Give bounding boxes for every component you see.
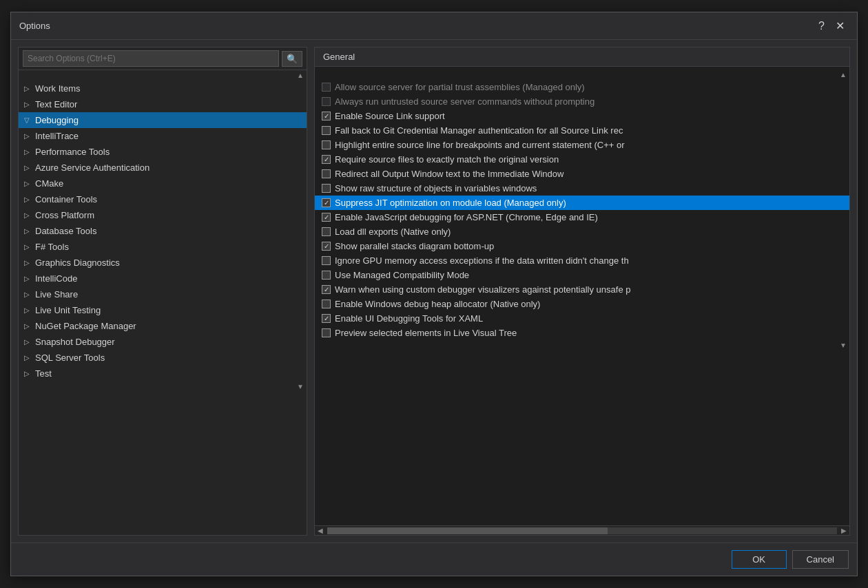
tree-item-performance-tools[interactable]: ▷Performance Tools — [19, 144, 307, 160]
tree-scroll-up-arrow[interactable]: ▲ — [19, 70, 307, 81]
option-row[interactable]: Allow source server for partial trust as… — [315, 80, 849, 94]
tree-item-label: Graphics Diagnostics — [35, 258, 120, 268]
tree-item-work-items[interactable]: ▷Work Items — [19, 81, 307, 96]
tree-item-live-unit-testing[interactable]: ▷Live Unit Testing — [19, 302, 307, 318]
option-row[interactable]: Use Managed Compatibility Mode — [315, 268, 849, 282]
option-label: Enable Source Link support — [335, 111, 445, 121]
tree-item-container-tools[interactable]: ▷Container Tools — [19, 191, 307, 207]
options-scroll-up-arrow[interactable]: ▲ — [840, 71, 847, 78]
option-checkbox[interactable] — [322, 126, 331, 135]
option-label: Fall back to Git Credential Manager auth… — [335, 125, 623, 136]
tree-item-database-tools[interactable]: ▷Database Tools — [19, 223, 307, 239]
option-checkbox[interactable] — [322, 300, 331, 308]
tree-expand-icon: ▷ — [24, 85, 35, 92]
h-scroll-track[interactable] — [327, 527, 837, 534]
h-scroll-right-arrow[interactable]: ▶ — [838, 527, 849, 534]
tree-item-intellicode[interactable]: ▷IntelliCode — [19, 271, 307, 286]
option-row[interactable]: Redirect all Output Window text to the I… — [315, 167, 849, 181]
tree-item-label: Debugging — [35, 115, 79, 125]
close-button[interactable]: ✕ — [831, 18, 849, 34]
tree-item-cross-platform[interactable]: ▷Cross Platform — [19, 207, 307, 223]
tree-item-label: NuGet Package Manager — [35, 321, 136, 331]
option-checkbox[interactable]: ✓ — [322, 198, 331, 207]
option-checkbox[interactable] — [322, 140, 331, 149]
option-checkbox[interactable] — [322, 97, 331, 106]
option-checkbox[interactable]: ✓ — [322, 242, 331, 251]
footer: OK Cancel — [11, 543, 857, 576]
h-scroll-row: ◀ ▶ — [315, 525, 849, 535]
option-row[interactable]: Load dll exports (Native only) — [315, 224, 849, 239]
option-row[interactable]: Fall back to Git Credential Manager auth… — [315, 123, 849, 138]
option-checkbox[interactable]: ✓ — [322, 314, 331, 323]
option-checkbox[interactable]: ✓ — [322, 285, 331, 294]
tree-expand-icon: ▷ — [24, 338, 35, 346]
option-checkbox[interactable]: ✓ — [322, 155, 331, 164]
option-row[interactable]: Preview selected elements in Live Visual… — [315, 326, 849, 340]
tree-item-label: Performance Tools — [35, 147, 110, 157]
option-row[interactable]: ✓Suppress JIT optimization on module loa… — [315, 196, 849, 210]
option-row[interactable]: ✓Enable UI Debugging Tools for XAML — [315, 311, 849, 326]
options-list[interactable]: ▲ Allow source server for partial trust … — [315, 67, 849, 525]
dialog-title: Options — [19, 21, 50, 31]
option-checkbox[interactable] — [322, 169, 331, 178]
tree-scroll-down-arrow[interactable]: ▼ — [19, 381, 307, 392]
search-button[interactable]: 🔍 — [282, 51, 302, 67]
tree-expand-icon: ▷ — [24, 196, 35, 203]
tree-item-label: Test — [35, 368, 52, 379]
option-checkbox[interactable] — [322, 328, 331, 337]
option-label: Enable Windows debug heap allocator (Nat… — [335, 299, 540, 309]
options-scroll-down-arrow[interactable]: ▼ — [840, 342, 847, 349]
option-checkbox[interactable] — [322, 271, 331, 280]
option-row[interactable]: Always run untrusted source server comma… — [315, 94, 849, 109]
option-checkbox[interactable] — [322, 256, 331, 265]
option-row[interactable]: ✓Warn when using custom debugger visuali… — [315, 282, 849, 297]
ok-button[interactable]: OK — [732, 550, 787, 569]
option-row[interactable]: ✓Enable JavaScript debugging for ASP.NET… — [315, 210, 849, 224]
cancel-button[interactable]: Cancel — [792, 550, 849, 569]
title-bar: Options ? ✕ — [11, 12, 857, 40]
tree-item-intellitrace[interactable]: ▷IntelliTrace — [19, 128, 307, 144]
right-panel: General ▲ Allow source server for partia… — [314, 47, 850, 536]
option-row[interactable]: Ignore GPU memory access exceptions if t… — [315, 253, 849, 268]
tree-expand-icon: ▷ — [24, 322, 35, 330]
tree-item-nuget-package-manager[interactable]: ▷NuGet Package Manager — [19, 318, 307, 334]
tree-expand-icon: ▷ — [24, 259, 35, 266]
option-row[interactable]: ✓Require source files to exactly match t… — [315, 152, 849, 167]
tree-item-text-editor[interactable]: ▷Text Editor — [19, 96, 307, 112]
h-scroll-left-arrow[interactable]: ◀ — [315, 527, 326, 534]
help-button[interactable]: ? — [814, 18, 829, 34]
tree-item-snapshot-debugger[interactable]: ▷Snapshot Debugger — [19, 334, 307, 350]
option-checkbox[interactable] — [322, 227, 331, 236]
tree-list[interactable]: ▲ ▷Work Items▷Text Editor▽Debugging▷Inte… — [19, 70, 307, 535]
tree-item-debugging[interactable]: ▽Debugging — [19, 112, 307, 128]
tree-item-cmake[interactable]: ▷CMake — [19, 176, 307, 191]
tree-item-live-share[interactable]: ▷Live Share — [19, 286, 307, 302]
tree-item-label: F# Tools — [35, 242, 69, 252]
tree-item-azure-service-auth[interactable]: ▷Azure Service Authentication — [19, 160, 307, 176]
tree-expand-icon: ▷ — [24, 132, 35, 140]
option-checkbox[interactable]: ✓ — [322, 112, 331, 120]
search-input[interactable] — [23, 50, 279, 67]
option-label: Show parallel stacks diagram bottom-up — [335, 241, 494, 251]
tree-expand-icon: ▷ — [24, 275, 35, 282]
tree-item-test[interactable]: ▷Test — [19, 366, 307, 381]
option-row[interactable]: Enable Windows debug heap allocator (Nat… — [315, 297, 849, 311]
option-row[interactable]: ✓Enable Source Link support — [315, 109, 849, 123]
option-label: Suppress JIT optimization on module load… — [335, 198, 566, 208]
option-label: Always run untrusted source server comma… — [335, 96, 595, 107]
option-row[interactable]: ✓Show parallel stacks diagram bottom-up — [315, 239, 849, 253]
option-row[interactable]: Show raw structure of objects in variabl… — [315, 181, 849, 196]
option-checkbox[interactable] — [322, 184, 331, 193]
tree-item-fsharp-tools[interactable]: ▷F# Tools — [19, 239, 307, 255]
h-scroll-thumb — [327, 527, 608, 534]
tree-item-graphics-diagnostics[interactable]: ▷Graphics Diagnostics — [19, 255, 307, 271]
option-label: Enable JavaScript debugging for ASP.NET … — [335, 212, 598, 222]
option-row[interactable]: Highlight entire source line for breakpo… — [315, 138, 849, 152]
tree-item-sql-server-tools[interactable]: ▷SQL Server Tools — [19, 350, 307, 366]
tree-expand-icon: ▷ — [24, 180, 35, 187]
option-checkbox[interactable]: ✓ — [322, 213, 331, 222]
tree-expand-icon: ▷ — [24, 148, 35, 156]
option-checkbox[interactable] — [322, 83, 331, 92]
tree-item-label: Live Share — [35, 289, 78, 300]
tree-item-label: CMake — [35, 178, 63, 189]
